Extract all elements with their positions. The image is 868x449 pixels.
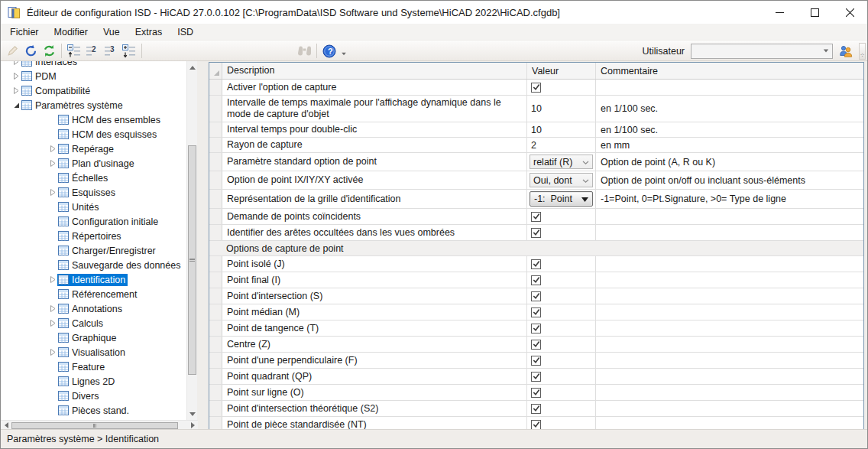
tree-label[interactable]: Interfaces [21,61,79,68]
tree-collapsed-arrow[interactable] [48,349,57,356]
tree-collapsed-arrow[interactable] [11,87,21,94]
tree-item-hcm-des-esquisses[interactable]: HCM des esquisses [1,127,186,142]
menu-fichier[interactable]: Fichier [2,24,47,40]
tree-collapsed-arrow[interactable] [48,189,57,196]
maximize-button[interactable] [797,1,832,24]
checkbox[interactable] [531,228,541,238]
tree-expanded-arrow[interactable] [11,102,21,109]
tree-item-referencement[interactable]: Référencement [1,287,186,301]
tree-label[interactable]: Feature [57,361,107,373]
row-selector-cell[interactable] [209,369,222,384]
tree-label[interactable]: Configuration initiale [57,216,160,228]
value-dropdown[interactable]: -1: Point [530,191,593,207]
edit-button[interactable] [3,42,21,60]
tree-label[interactable]: Visualisation [57,347,128,359]
tree-item-divers[interactable]: Divers [1,389,186,403]
users-button[interactable] [836,42,856,60]
scroll-down-button[interactable] [187,409,197,418]
row-selector-cell[interactable] [209,190,222,208]
tree-item-sauvegarde-des-donnees[interactable]: Sauvegarde des données [1,258,186,272]
value-text[interactable]: 10 [530,103,542,114]
tree-item-identification[interactable]: Identification [1,272,186,287]
row-selector-cell[interactable] [209,288,222,304]
tree-label[interactable]: Plan d'usinage [57,158,137,170]
row-selector-cell[interactable] [209,353,222,368]
row-selector-cell[interactable] [209,171,222,189]
tree-item-calculs[interactable]: Calculs [1,316,186,330]
header-selector-cell[interactable] [209,63,222,79]
tree-item-hcm-des-ensembles[interactable]: HCM des ensembles [1,112,186,127]
row-selector-cell[interactable] [209,304,222,320]
tree-item-pdm[interactable]: PDM [1,69,186,83]
tree-collapsed-arrow[interactable] [48,320,57,327]
tree-label[interactable]: Répertoires [57,230,124,242]
row-selector-cell[interactable] [209,209,222,224]
horizontal-scrollbar-thumb[interactable] [11,422,178,429]
value-text[interactable]: 2 [530,140,536,151]
checkbox[interactable] [531,372,541,382]
collapse-level-button[interactable] [65,42,83,60]
scroll-up-button[interactable] [187,63,197,72]
tree-item-interfaces[interactable]: Interfaces [1,61,186,69]
checkbox[interactable] [531,404,541,414]
tree-label[interactable]: Repérage [57,143,116,155]
tree-label[interactable]: PDM [21,70,59,83]
tree-label[interactable]: HCM des esquisses [57,129,159,141]
checkbox[interactable] [531,388,541,398]
tree-item-repertoires[interactable]: Répertoires [1,229,186,243]
menu-extras[interactable]: Extras [128,24,170,40]
checkbox[interactable] [531,420,541,430]
tree-item-parametres-systeme[interactable]: Paramètres système [1,98,186,112]
tree-label[interactable]: Lignes 2D [57,376,117,388]
tree-collapsed-arrow[interactable] [48,160,57,167]
tree-item-echelles[interactable]: Échelles [1,171,186,185]
tree-collapsed-arrow[interactable] [11,61,21,65]
checkbox[interactable] [531,307,541,317]
row-selector-cell[interactable] [209,138,222,152]
checkbox[interactable] [531,212,541,222]
checkbox[interactable] [531,324,541,333]
tree-item-feature[interactable]: Feature [1,360,186,374]
row-selector-cell[interactable] [209,256,222,272]
tree-label[interactable]: HCM des ensembles [57,114,163,126]
tree-label[interactable]: Annotations [57,303,125,315]
row-selector-cell[interactable] [209,320,222,336]
tree-collapsed-arrow[interactable] [48,145,57,152]
tree-collapsed-arrow[interactable] [48,276,57,283]
row-selector-cell[interactable] [209,401,222,416]
column-header-value[interactable]: Valeur [527,63,596,79]
tree-collapsed-arrow[interactable] [11,73,21,80]
tree-label[interactable]: Pièces stand. [57,405,131,417]
tree-label[interactable]: Unités [57,201,101,213]
column-header-comment[interactable]: Commentaire [596,63,863,79]
expand-level-3-button[interactable]: 3 [102,42,120,60]
tree-label[interactable]: Référencement [57,288,139,301]
tree-item-charger-enregistrer[interactable]: Charger/Enregistrer [1,243,186,258]
tree-item-plan-d-usinage[interactable]: Plan d'usinage [1,156,186,171]
checkbox[interactable] [531,340,541,350]
row-selector-cell[interactable] [209,417,222,430]
tree-label[interactable]: Esquisses [57,187,118,199]
tree-item-configuration-initiale[interactable]: Configuration initiale [1,214,186,229]
tree-item-pieces-stand[interactable]: Pièces stand. [1,403,186,418]
menu-isd[interactable]: ISD [170,24,201,40]
tree-label[interactable]: Compatibilité [21,85,92,97]
toolbar-grip[interactable]: ⁘ [859,43,866,60]
row-selector-cell[interactable] [209,122,222,137]
row-selector-cell[interactable] [209,80,222,95]
value-dropdown[interactable]: relatif (R) [530,155,593,169]
tree-vertical-scrollbar[interactable] [186,61,197,420]
help-button[interactable]: ? [320,42,338,60]
refresh-button[interactable] [40,42,58,60]
row-selector-cell[interactable] [209,272,222,288]
menu-vue[interactable]: Vue [96,24,128,40]
row-selector-cell[interactable] [209,153,222,171]
tree-item-graphique[interactable]: Graphique [1,330,186,345]
close-button[interactable] [832,1,867,24]
menu-modifier[interactable]: Modifier [47,24,96,40]
tree-label[interactable]: Charger/Enregistrer [57,245,158,257]
tree-item-esquisses[interactable]: Esquisses [1,185,186,200]
tree-label[interactable]: Divers [57,390,101,402]
tree-label[interactable]: Calculs [57,317,105,330]
value-text[interactable]: 10 [530,125,542,135]
